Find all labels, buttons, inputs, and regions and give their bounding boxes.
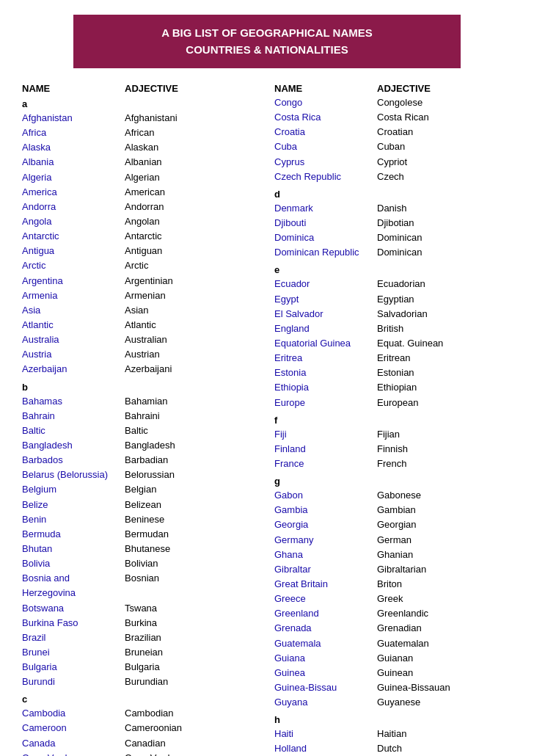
country-name[interactable]: Cambodia: [22, 706, 125, 721]
country-name[interactable]: Dominican Republic: [274, 245, 377, 260]
country-name[interactable]: Azerbaijan: [22, 362, 125, 377]
country-name[interactable]: Bahrain: [22, 409, 125, 424]
country-name[interactable]: Gibraltar: [274, 562, 377, 577]
country-name[interactable]: Estonia: [274, 366, 377, 380]
left-col-headers: NAME ADJECTIVE: [22, 83, 260, 94]
country-name[interactable]: Benin: [22, 512, 125, 527]
section-letter-a: a: [22, 98, 260, 109]
country-name[interactable]: Cyprus: [274, 155, 377, 170]
country-name[interactable]: Fiji: [274, 427, 377, 442]
country-name[interactable]: Angola: [22, 214, 125, 229]
country-name[interactable]: Bermuda: [22, 527, 125, 542]
country-name[interactable]: Greenland: [274, 606, 377, 621]
list-item: CroatiaCroatian: [274, 125, 512, 139]
country-name[interactable]: Bulgaria: [22, 660, 125, 675]
country-name[interactable]: Czech Republic: [274, 170, 377, 184]
header-line2: COUNTRIES & NATIONALITIES: [88, 42, 446, 59]
country-name[interactable]: Austria: [22, 347, 125, 362]
country-name[interactable]: Germany: [274, 533, 377, 548]
country-name[interactable]: Guinea-Bissau: [274, 680, 377, 695]
list-item: FijiFijian: [274, 427, 512, 442]
country-name[interactable]: Costa Rica: [274, 110, 377, 125]
country-name[interactable]: Argentina: [22, 274, 125, 288]
country-name[interactable]: Egypt: [274, 292, 377, 307]
country-name[interactable]: Brazil: [22, 630, 125, 645]
country-name[interactable]: Canada: [22, 736, 125, 751]
country-name[interactable]: Burundi: [22, 675, 125, 689]
list-item: Cape VerdeCape Verdean: [22, 751, 260, 756]
country-name[interactable]: Bolivia: [22, 556, 125, 571]
country-name[interactable]: Haiti: [274, 727, 377, 741]
country-name[interactable]: Holland: [274, 741, 377, 756]
country-adjective: Dominican: [377, 230, 512, 245]
country-name[interactable]: Cuba: [274, 139, 377, 154]
country-name[interactable]: Cameroon: [22, 721, 125, 735]
country-name[interactable]: Baltic: [22, 424, 125, 438]
country-name[interactable]: Eritrea: [274, 351, 377, 366]
country-name[interactable]: Brunei: [22, 645, 125, 660]
country-name[interactable]: Europe: [274, 396, 377, 410]
country-name[interactable]: Dominica: [274, 230, 377, 245]
country-name[interactable]: Arctic: [22, 258, 125, 273]
country-name[interactable]: France: [274, 457, 377, 471]
section-letter-h: h: [274, 714, 512, 725]
country-name[interactable]: Guatemala: [274, 636, 377, 651]
country-name[interactable]: Guyana: [274, 695, 377, 710]
country-name[interactable]: Burkina Faso: [22, 616, 125, 630]
country-name[interactable]: Grenada: [274, 621, 377, 636]
country-name[interactable]: Croatia: [274, 125, 377, 139]
country-name[interactable]: Botswana: [22, 601, 125, 616]
country-name[interactable]: Asia: [22, 303, 125, 318]
country-name[interactable]: Albania: [22, 155, 125, 170]
list-item: AsiaAsian: [22, 303, 260, 318]
country-name[interactable]: Ghana: [274, 548, 377, 562]
country-name[interactable]: Antigua: [22, 244, 125, 258]
right-name-header: NAME: [274, 83, 377, 94]
country-name[interactable]: El Salvador: [274, 307, 377, 321]
country-name[interactable]: Australia: [22, 332, 125, 347]
country-name[interactable]: Guiana: [274, 651, 377, 666]
country-name[interactable]: Gambia: [274, 503, 377, 517]
country-name[interactable]: Guinea: [274, 666, 377, 680]
country-name[interactable]: Belarus (Belorussia): [22, 468, 125, 482]
country-name[interactable]: Greece: [274, 592, 377, 606]
country-name[interactable]: Ethiopia: [274, 380, 377, 395]
country-name[interactable]: Andorra: [22, 200, 125, 214]
list-item: GuineaGuinean: [274, 666, 512, 680]
country-name[interactable]: America: [22, 185, 125, 200]
country-name[interactable]: Georgia: [274, 517, 377, 532]
country-name[interactable]: Great Britain: [274, 577, 377, 592]
country-name[interactable]: Denmark: [274, 201, 377, 216]
list-item: EthiopiaEthiopian: [274, 380, 512, 395]
country-adjective: Alaskan: [125, 140, 260, 155]
country-name[interactable]: Antarctic: [22, 229, 125, 244]
list-item: GreenlandGreenlandic: [274, 606, 512, 621]
country-name[interactable]: Gabon: [274, 488, 377, 503]
list-item: HollandDutch: [274, 741, 512, 756]
country-name[interactable]: Bahamas: [22, 394, 125, 409]
country-adjective: Antiguan: [125, 244, 260, 258]
country-name[interactable]: Ecuador: [274, 277, 377, 291]
country-name[interactable]: Atlantic: [22, 318, 125, 332]
country-name[interactable]: Finland: [274, 442, 377, 457]
country-name[interactable]: Bangladesh: [22, 438, 125, 453]
country-name[interactable]: Barbados: [22, 453, 125, 468]
country-adjective: Bahraini: [125, 409, 260, 424]
country-name[interactable]: Belize: [22, 498, 125, 512]
country-name[interactable]: Congo: [274, 95, 377, 110]
country-name[interactable]: Equatorial Guinea: [274, 336, 377, 351]
country-name[interactable]: Algeria: [22, 170, 125, 185]
country-adjective: Ethiopian: [377, 380, 512, 395]
list-item: BurundiBurundian: [22, 675, 260, 689]
list-item: CubaCuban: [274, 139, 512, 154]
country-name[interactable]: Afghanistan: [22, 111, 125, 126]
country-name[interactable]: Belgium: [22, 482, 125, 497]
country-name[interactable]: Alaska: [22, 140, 125, 155]
country-name[interactable]: Africa: [22, 126, 125, 140]
country-name[interactable]: Cape Verde: [22, 751, 125, 756]
country-name[interactable]: Armenia: [22, 288, 125, 303]
country-name[interactable]: England: [274, 321, 377, 336]
country-name[interactable]: Djibouti: [274, 216, 377, 230]
country-name[interactable]: Bosnia and Herzegovina: [22, 571, 125, 600]
country-name[interactable]: Bhutan: [22, 542, 125, 556]
